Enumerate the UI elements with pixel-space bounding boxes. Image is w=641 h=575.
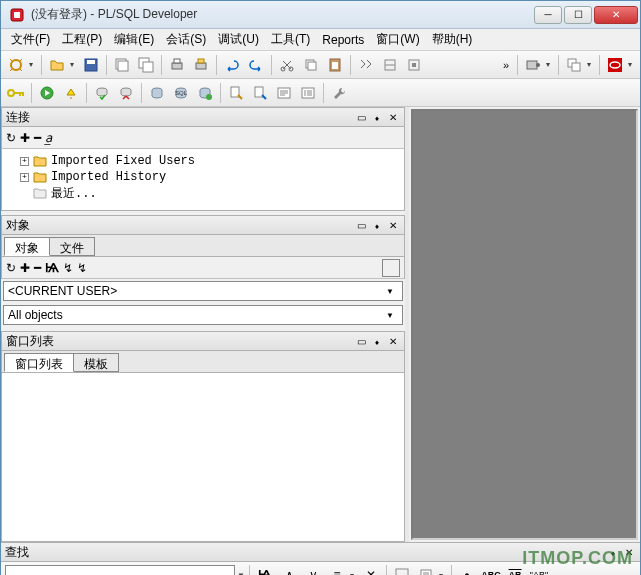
find-button[interactable] <box>355 54 377 76</box>
find-input[interactable] <box>5 565 235 575</box>
list-button[interactable] <box>297 82 319 104</box>
find-word-icon[interactable]: AB <box>504 564 526 575</box>
find-prev-icon[interactable]: ∧ <box>278 564 300 575</box>
commit-button[interactable] <box>91 82 113 104</box>
cascade-button[interactable] <box>563 54 585 76</box>
menu-reports[interactable]: Reports <box>316 31 370 49</box>
window-title: (没有登录) - PL/SQL Developer <box>31 6 532 23</box>
obj-remove-icon[interactable]: ━ <box>34 261 41 275</box>
conn-panel-pin-icon[interactable]: ⬧ <box>370 110 384 124</box>
obj-refresh-icon[interactable]: ↻ <box>6 261 16 275</box>
obj-tab-objects[interactable]: 对象 <box>4 237 50 256</box>
db1-button[interactable] <box>146 82 168 104</box>
tree-item[interactable]: + Imported History <box>6 169 400 185</box>
close-button[interactable]: ✕ <box>594 6 638 24</box>
toolbar-overflow-1[interactable]: » <box>499 59 513 71</box>
find-pin-icon[interactable]: ⬧ <box>606 545 620 559</box>
winlist-tab-list[interactable]: 窗口列表 <box>4 353 74 372</box>
winlist-menu-icon[interactable]: ▭ <box>354 334 368 348</box>
menu-edit[interactable]: 编辑(E) <box>108 29 160 50</box>
find-regex-icon[interactable]: ● <box>456 564 478 575</box>
goto-button[interactable] <box>403 54 425 76</box>
db2-button[interactable]: SQL <box>170 82 192 104</box>
open-button[interactable] <box>46 54 68 76</box>
beautify-button[interactable] <box>249 82 271 104</box>
obj-panel-pin-icon[interactable]: ⬧ <box>370 218 384 232</box>
winlist-tab-template[interactable]: 模板 <box>73 353 119 372</box>
find-all-icon[interactable]: ≡ <box>326 564 348 575</box>
find-next-icon[interactable]: ∨ <box>302 564 324 575</box>
key-button[interactable] <box>5 82 27 104</box>
new-win-button[interactable] <box>111 54 133 76</box>
redo-button[interactable] <box>245 54 267 76</box>
obj-panel-menu-icon[interactable]: ▭ <box>354 218 368 232</box>
obj-find-prev-icon[interactable]: ↯ <box>77 261 87 275</box>
conn-rename-icon[interactable]: a̲ <box>45 131 52 145</box>
find-close-icon[interactable]: ✕ <box>622 545 636 559</box>
oracle-button[interactable] <box>604 54 626 76</box>
exec-button[interactable] <box>36 82 58 104</box>
conn-panel-close-icon[interactable]: ✕ <box>386 110 400 124</box>
explain-button[interactable] <box>273 82 295 104</box>
record-button[interactable] <box>522 54 544 76</box>
find-opt1-icon[interactable] <box>391 564 413 575</box>
copy-win-button[interactable] <box>135 54 157 76</box>
obj-find-icon[interactable]: Ѩ <box>45 261 59 275</box>
user-combo-value: <CURRENT USER> <box>8 284 382 298</box>
stop-button[interactable] <box>60 82 82 104</box>
winlist-close-icon[interactable]: ✕ <box>386 334 400 348</box>
left-pane: 连接 ▭ ⬧ ✕ ↻ ✚ ━ a̲ + Imported Fixed Users… <box>1 107 409 542</box>
obj-filter-button[interactable] <box>382 259 400 277</box>
save-button[interactable] <box>80 54 102 76</box>
winlist-body[interactable] <box>1 373 405 542</box>
svg-text:SQL: SQL <box>175 90 188 96</box>
obj-find-next-icon[interactable]: ↯ <box>63 261 73 275</box>
menu-debug[interactable]: 调试(U) <box>212 29 265 50</box>
conn-add-icon[interactable]: ✚ <box>20 131 30 145</box>
obj-tab-files[interactable]: 文件 <box>49 237 95 256</box>
folder-icon <box>33 155 47 167</box>
mdi-area <box>411 109 638 540</box>
expand-icon[interactable]: + <box>20 157 29 166</box>
copy-button[interactable] <box>300 54 322 76</box>
user-combo[interactable]: <CURRENT USER> ▼ <box>3 281 403 301</box>
tree-item[interactable]: 最近... <box>6 185 400 201</box>
maximize-button[interactable]: ☐ <box>564 6 592 24</box>
find-opt2-icon[interactable] <box>415 564 437 575</box>
rollback-button[interactable] <box>115 82 137 104</box>
winlist-panel-title: 窗口列表 <box>6 333 352 350</box>
obj-panel-close-icon[interactable]: ✕ <box>386 218 400 232</box>
tree-item[interactable]: + Imported Fixed Users <box>6 153 400 169</box>
replace-button[interactable] <box>379 54 401 76</box>
cut-button[interactable] <box>276 54 298 76</box>
find-history-icon[interactable]: ▼ <box>237 571 245 576</box>
winlist-pin-icon[interactable]: ⬧ <box>370 334 384 348</box>
compile-button[interactable] <box>225 82 247 104</box>
conn-remove-icon[interactable]: ━ <box>34 131 41 145</box>
find-case-icon[interactable]: ABC <box>480 564 502 575</box>
conn-panel-menu-icon[interactable]: ▭ <box>354 110 368 124</box>
wrench-button[interactable] <box>328 82 350 104</box>
find-quote-icon[interactable]: "AB" <box>528 564 550 575</box>
conn-refresh-icon[interactable]: ↻ <box>6 131 16 145</box>
conn-tree[interactable]: + Imported Fixed Users + Imported Histor… <box>1 149 405 211</box>
new-button[interactable] <box>5 54 27 76</box>
menu-file[interactable]: 文件(F) <box>5 29 56 50</box>
expand-icon[interactable]: + <box>20 173 29 182</box>
menu-tool[interactable]: 工具(T) <box>265 29 316 50</box>
obj-add-icon[interactable]: ✚ <box>20 261 30 275</box>
undo-button[interactable] <box>221 54 243 76</box>
menu-session[interactable]: 会话(S) <box>160 29 212 50</box>
find-binoculars-icon[interactable]: Ѩ <box>254 564 276 575</box>
print-button[interactable] <box>166 54 188 76</box>
paste-button[interactable] <box>324 54 346 76</box>
menu-project[interactable]: 工程(P) <box>56 29 108 50</box>
filter-combo[interactable]: All objects ▼ <box>3 305 403 325</box>
tree-item-label: Imported History <box>51 170 166 184</box>
menu-help[interactable]: 帮助(H) <box>426 29 479 50</box>
minimize-button[interactable]: ─ <box>534 6 562 24</box>
print-setup-button[interactable] <box>190 54 212 76</box>
find-close2-icon[interactable]: ✕ <box>360 564 382 575</box>
db3-button[interactable] <box>194 82 216 104</box>
menu-window[interactable]: 窗口(W) <box>370 29 425 50</box>
